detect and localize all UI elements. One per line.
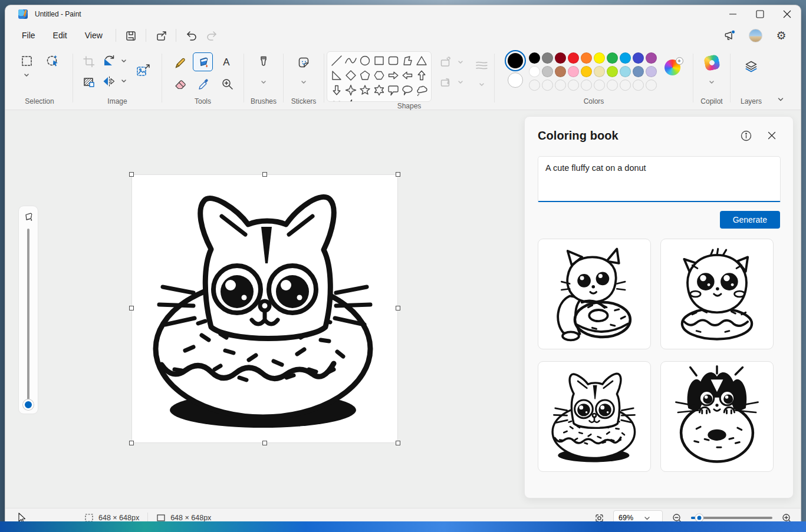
crop-tool[interactable]	[78, 51, 98, 70]
shapes-gallery[interactable]	[327, 51, 432, 102]
palette-color-1-7[interactable]	[620, 52, 631, 64]
shape-arrow-up[interactable]	[414, 68, 429, 82]
palette-color-1-3[interactable]	[568, 52, 579, 64]
feedback-megaphone-button[interactable]	[719, 27, 739, 44]
palette-empty-slot-7[interactable]	[620, 80, 631, 91]
stickers-chevron[interactable]	[297, 77, 310, 87]
info-button[interactable]	[738, 127, 754, 144]
undo-button[interactable]	[181, 27, 201, 44]
shape-lightning[interactable]	[344, 98, 358, 102]
palette-color-2-0[interactable]	[529, 66, 540, 77]
shape-star-six[interactable]	[372, 83, 386, 97]
shape-heart[interactable]	[330, 98, 344, 102]
zoom-slider-thumb[interactable]	[696, 514, 703, 522]
palette-color-1-5[interactable]	[594, 52, 605, 64]
shape-arrow-left[interactable]	[400, 68, 414, 82]
stroke-size-chevron[interactable]	[475, 80, 488, 89]
shape-arrow-right[interactable]	[386, 68, 400, 82]
pencil-tool[interactable]	[169, 52, 189, 71]
selection-handle-sw[interactable]	[129, 441, 134, 445]
shape-star-five[interactable]	[358, 83, 372, 97]
background-color-swatch[interactable]	[508, 72, 523, 88]
palette-color-2-9[interactable]	[646, 66, 657, 77]
shape-diamond[interactable]	[344, 68, 358, 82]
fill-tool[interactable]	[193, 52, 213, 71]
rotate-tool[interactable]	[99, 51, 118, 70]
selection-options-chevron[interactable]	[20, 70, 33, 80]
shape-hexagon[interactable]	[372, 68, 386, 82]
shape-star-four[interactable]	[344, 83, 358, 97]
selection-handle-e[interactable]	[396, 306, 400, 310]
minimize-button[interactable]	[719, 5, 746, 23]
selection-handle-se[interactable]	[396, 441, 400, 445]
shape-curve[interactable]	[344, 54, 358, 68]
palette-color-1-2[interactable]	[555, 52, 566, 64]
palette-empty-slot-8[interactable]	[633, 80, 644, 91]
shape-triangle[interactable]	[414, 54, 429, 68]
settings-gear-button[interactable]: ⚙	[771, 27, 791, 44]
rectangle-select-tool[interactable]	[17, 51, 37, 70]
shape-outline-option[interactable]	[436, 54, 454, 70]
ai-select-tool[interactable]	[42, 51, 62, 70]
palette-empty-slot-1[interactable]	[542, 80, 553, 91]
copilot-button[interactable]	[700, 51, 723, 74]
palette-empty-slot-3[interactable]	[568, 80, 579, 91]
copilot-chevron[interactable]	[705, 77, 718, 87]
foreground-color-swatch[interactable]	[508, 53, 523, 68]
shape-polygon[interactable]	[400, 54, 414, 68]
palette-color-1-9[interactable]	[646, 52, 657, 64]
shape-line[interactable]	[330, 54, 344, 68]
generate-button[interactable]: Generate	[720, 211, 780, 229]
palette-color-2-4[interactable]	[581, 66, 592, 77]
selection-handle-s[interactable]	[262, 441, 267, 445]
tolerance-slider-thumb[interactable]	[23, 399, 34, 410]
shape-right-triangle[interactable]	[330, 68, 344, 82]
menu-edit[interactable]: Edit	[45, 27, 75, 44]
brushes-chevron[interactable]	[257, 77, 270, 87]
palette-color-2-6[interactable]	[607, 66, 618, 77]
text-tool[interactable]: A	[216, 52, 236, 71]
shape-rectangle[interactable]	[372, 54, 386, 68]
shape-rounded-rectangle[interactable]	[386, 54, 400, 68]
palette-color-1-1[interactable]	[542, 52, 553, 64]
shape-fill-option[interactable]	[436, 74, 454, 90]
palette-empty-slot-9[interactable]	[646, 80, 657, 91]
result-thumbnail-3-cat-head-in-donut[interactable]	[538, 361, 651, 472]
redo-button[interactable]	[202, 27, 222, 44]
palette-color-2-8[interactable]	[633, 66, 644, 77]
stroke-size-option[interactable]	[472, 56, 492, 74]
maximize-button[interactable]	[746, 5, 774, 23]
tolerance-slider-track[interactable]	[27, 229, 29, 409]
edit-colors-wheel-button[interactable]: +	[664, 60, 680, 75]
palette-color-2-2[interactable]	[555, 66, 566, 77]
palette-empty-slot-4[interactable]	[581, 80, 592, 91]
selection-handle-ne[interactable]	[396, 172, 400, 177]
panel-close-button[interactable]	[764, 127, 780, 144]
palette-color-2-5[interactable]	[594, 66, 605, 77]
flip-tool[interactable]	[99, 71, 118, 90]
prompt-input[interactable]: A cute fluffy cat on a donut	[538, 156, 781, 202]
close-button[interactable]	[774, 5, 801, 23]
palette-color-2-3[interactable]	[568, 66, 579, 77]
selection-handle-nw[interactable]	[129, 172, 134, 177]
account-avatar[interactable]	[745, 27, 765, 44]
flip-options-chevron[interactable]	[118, 76, 130, 85]
shape-callout-rounded[interactable]	[386, 83, 400, 97]
collapse-ribbon-chevron[interactable]	[774, 94, 787, 104]
palette-color-1-0[interactable]	[529, 52, 540, 64]
stickers-tool[interactable]	[292, 51, 315, 74]
palette-empty-slot-5[interactable]	[594, 80, 605, 91]
palette-color-1-4[interactable]	[581, 52, 592, 64]
share-button[interactable]	[151, 27, 171, 44]
shape-callout-oval[interactable]	[400, 83, 414, 97]
result-thumbnail-2-fluffy-cat-on-donut[interactable]	[660, 239, 774, 349]
menu-file[interactable]: File	[14, 27, 44, 44]
palette-empty-slot-2[interactable]	[555, 80, 566, 91]
resize-tool[interactable]	[78, 71, 98, 90]
shape-callout-cloud[interactable]	[414, 83, 429, 97]
rotate-options-chevron[interactable]	[118, 56, 130, 65]
palette-color-2-7[interactable]	[620, 66, 631, 77]
result-thumbnail-1-cat-hugging-donut[interactable]	[538, 239, 651, 349]
shape-arrow-down[interactable]	[330, 83, 344, 97]
eraser-tool[interactable]	[169, 74, 189, 92]
